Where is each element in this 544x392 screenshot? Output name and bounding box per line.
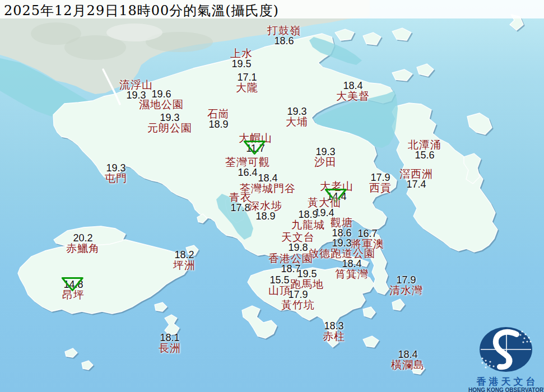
station-temp: 18.9 — [298, 209, 318, 220]
station-label: 19.3大埔 — [286, 106, 308, 127]
station-temp: 15.5 — [269, 275, 289, 285]
station-label: 17.9清水灣 — [389, 275, 423, 296]
station-label: 19.5跑馬地 — [290, 269, 324, 290]
station-temp: 14.8 — [63, 279, 83, 290]
station-name: 赤鱲角 — [66, 243, 100, 254]
station-temp: 18.4 — [343, 81, 362, 91]
station-name: 北潭涌 — [408, 139, 441, 150]
station-name: 觀塘 — [331, 217, 353, 228]
hko-logo-icon — [468, 326, 543, 374]
station-label: 打鼓嶺18.6 — [267, 25, 301, 46]
station-label: 17.9西貢 — [369, 172, 392, 193]
station-temp: 18.9 — [255, 211, 275, 221]
station-temp: 19.6 — [151, 89, 171, 99]
station-temp: 18.9 — [208, 119, 228, 129]
station-temp: 18.1 — [160, 333, 179, 343]
station-label: 滘西洲17.4 — [399, 169, 433, 189]
station-label: 青衣17.8 — [229, 192, 252, 213]
station-name: 大美督 — [336, 91, 370, 101]
station-temp: 15.6 — [415, 150, 434, 160]
station-temp: 19.5 — [297, 269, 317, 279]
station-name: 西貢 — [369, 183, 392, 193]
station-temp: 18.6 — [274, 36, 294, 46]
triangle-marker-icon — [61, 277, 84, 292]
station-label: 18.9九龍城 — [291, 209, 325, 230]
station-name: 大隴 — [236, 82, 258, 93]
station-temp: 16.7 — [357, 228, 377, 239]
station-name: 大埔 — [286, 116, 308, 127]
station-label: 20.2赤鱲角 — [66, 233, 100, 254]
station-temp: 17.8 — [230, 203, 250, 213]
hong-kong-map — [0, 0, 544, 392]
station-label: 18.2坪洲 — [173, 250, 196, 270]
station-label: 14.8昂坪 — [62, 279, 85, 300]
station-temp: 19.3 — [287, 106, 306, 116]
station-name: 大老山 — [320, 181, 354, 192]
station-label: 19.3屯門 — [105, 163, 127, 184]
station-label: 大帽山11.7 — [239, 133, 272, 153]
hko-logo-chinese: 香港天文台 — [468, 377, 543, 387]
station-label: 18.4筲箕灣 — [335, 259, 369, 279]
station-name: 黃竹坑 — [281, 300, 315, 310]
station-temp: 18.3 — [324, 321, 343, 331]
station-label: 18.3赤柱 — [323, 321, 345, 342]
station-name: 濕地公園 — [139, 99, 184, 110]
station-name: 沙田 — [314, 157, 337, 167]
station-name: 青衣 — [229, 192, 252, 203]
station-label: 深水埗18.9 — [249, 200, 282, 221]
station-name: 赤柱 — [323, 331, 345, 342]
station-label: 19.3元朗公園 — [147, 113, 192, 133]
station-name: 長洲 — [159, 343, 181, 353]
station-temp: 18.6 — [332, 228, 351, 238]
station-temp: 17.9 — [370, 172, 390, 183]
station-label: 18.1長洲 — [159, 333, 181, 353]
urban-texture — [106, 24, 162, 41]
station-name: 上水 — [230, 48, 253, 59]
station-name: 香港公園 — [268, 253, 313, 264]
station-name: 打鼓嶺 — [267, 25, 301, 36]
station-label: 19.3啟德跑道公園 — [308, 238, 375, 259]
station-temp: 17.9 — [288, 290, 308, 300]
urban-texture — [31, 22, 81, 45]
station-temp: 18.4 — [398, 349, 417, 360]
station-temp: 19.3 — [160, 113, 179, 123]
temperature-map: 2025年12月29日18時00分的氣溫(攝氏度) 打鼓嶺18.6上水19.51… — [0, 0, 544, 392]
station-temp: 19.3 — [106, 163, 125, 173]
station-temp: 18.2 — [174, 250, 194, 260]
triangle-marker-icon — [243, 140, 266, 155]
station-temp: 18.4 — [258, 173, 277, 183]
station-label: 19.6濕地公園 — [139, 89, 184, 110]
station-name: 荃灣可觀 — [225, 157, 270, 167]
station-temp: 19.8 — [288, 242, 308, 253]
station-label: 上水19.5 — [230, 48, 253, 69]
hko-logo: 香港天文台 HONG KONG OBSERVATORY — [468, 326, 543, 392]
station-name: 橫瀾島 — [391, 360, 425, 370]
station-label: 北潭涌15.6 — [408, 139, 441, 160]
station-label: 石崗18.9 — [207, 109, 230, 129]
station-name: 黃大仙 — [308, 197, 341, 208]
station-name: 筲箕灣 — [335, 269, 369, 279]
station-name: 深水埗 — [249, 200, 282, 211]
station-name: 跑馬地 — [290, 279, 324, 290]
station-name: 九龍城 — [291, 220, 325, 230]
station-name: 元朗公園 — [147, 123, 192, 133]
station-temp: 17.9 — [396, 275, 416, 285]
station-label: 17.9黃竹坑 — [281, 290, 315, 310]
station-temp: 19.3 — [315, 147, 335, 157]
station-name: 清水灣 — [389, 285, 423, 296]
station-temp: 17.4 — [406, 179, 426, 189]
station-temp: 17.1 — [237, 72, 257, 82]
station-name: 昂坪 — [62, 290, 85, 300]
station-label: 18.4橫瀾島 — [391, 349, 425, 370]
station-temp: 19.5 — [231, 59, 251, 69]
hko-logo-english: HONG KONG OBSERVATORY — [468, 387, 543, 392]
station-name: 大帽山 — [239, 133, 272, 143]
station-temp: 20.2 — [73, 233, 92, 243]
station-label: 觀塘18.6 — [331, 217, 353, 238]
station-label: 19.3沙田 — [314, 147, 337, 167]
station-label: 18.4大美督 — [336, 81, 370, 101]
station-temp: 11.7 — [246, 143, 265, 153]
station-name: 啟德跑道公園 — [308, 248, 375, 259]
station-name: 坪洲 — [173, 260, 196, 270]
station-name: 滘西洲 — [399, 169, 433, 179]
